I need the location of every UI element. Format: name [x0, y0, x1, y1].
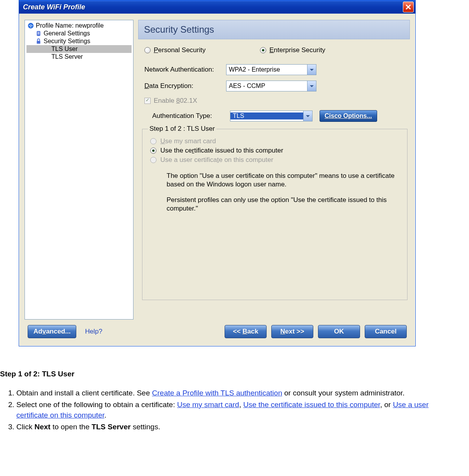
list-item: Click Next to open the TLS Server settin… — [16, 422, 451, 432]
svg-rect-4 — [37, 33, 39, 34]
step-explanation: The option "Use a user certificate on th… — [167, 172, 396, 213]
data-encryption-label: Data Encryption:Data Encryption: — [144, 82, 226, 90]
advanced-button[interactable]: Advanced...Advanced... — [28, 325, 76, 338]
chevron-down-icon — [307, 65, 316, 75]
list-item: Select one of the following to obtain a … — [16, 399, 451, 421]
nav-tree[interactable]: Profile Name: newprofile General Setting… — [25, 20, 133, 320]
checkbox-icon — [144, 98, 151, 104]
help-link[interactable]: Help? — [85, 328, 102, 335]
doc-instructions: Step 1 of 2: TLS User Obtain and install… — [0, 370, 451, 432]
tree-general-settings[interactable]: General Settings — [26, 30, 132, 37]
doc-heading: Step 1 of 2: TLS User — [0, 370, 451, 378]
cancel-button[interactable]: Cancel — [365, 325, 407, 338]
svg-rect-5 — [37, 41, 40, 44]
radio-personal-security[interactable]: PPersonal Securityersonal Security — [144, 46, 206, 54]
auth-type-label: Authentication Type: — [152, 112, 226, 120]
radio-icon — [150, 138, 156, 144]
link-use-smart-card[interactable]: Use my smart card — [177, 400, 239, 409]
next-button[interactable]: Next >>Next >> — [271, 325, 313, 338]
cisco-options-button[interactable]: Cisco Options...Cisco Options... — [320, 110, 377, 122]
wifi-profile-window: Create WiFi Profile Profile Name: newpro… — [19, 0, 416, 346]
tree-profile-name[interactable]: Profile Name: newprofile — [26, 22, 132, 30]
network-auth-label: Network Authentication: — [144, 66, 226, 74]
close-button[interactable] — [403, 2, 414, 12]
svg-point-0 — [28, 23, 33, 28]
radio-enterprise-security[interactable]: EEnterprise Securitynterprise Security — [260, 46, 325, 54]
enable-8021x-checkbox: Enable 802.1XEnable 802.1X — [144, 97, 408, 105]
tree-tls-user[interactable]: TLS User — [26, 45, 132, 53]
titlebar: Create WiFi Profile — [19, 0, 415, 14]
tree-security-settings[interactable]: Security Settings — [26, 37, 132, 45]
wifi-icon — [27, 22, 34, 29]
close-icon — [406, 4, 411, 10]
step-fieldset: Step 1 of 2 : TLS User Use my smart card… — [142, 125, 408, 300]
radio-icon — [144, 47, 151, 53]
ok-button[interactable]: OK — [318, 325, 360, 338]
panel-heading: Security Settings — [138, 20, 410, 39]
auth-type-select[interactable]: TLS — [230, 111, 313, 121]
radio-use-cert-computer[interactable]: Use the certificate issued to this compu… — [150, 147, 402, 155]
data-encryption-select[interactable]: AES - CCMP — [226, 81, 316, 91]
chevron-down-icon — [307, 81, 316, 91]
radio-icon — [150, 148, 156, 154]
gear-icon — [35, 30, 42, 37]
radio-use-smart-card: Use my smart cardUse my smart card — [150, 137, 402, 145]
radio-use-cert-user: Use a user certificate on this computerU… — [150, 156, 402, 164]
tree-tls-server[interactable]: TLS Server — [26, 53, 132, 61]
step-legend: Step 1 of 2 : TLS User — [148, 125, 216, 133]
svg-point-1 — [30, 26, 32, 27]
lock-icon — [35, 38, 42, 45]
chevron-down-icon — [303, 111, 312, 121]
link-use-cert-computer[interactable]: Use the certificate issued to this compu… — [243, 400, 380, 409]
radio-icon — [150, 157, 156, 163]
back-button[interactable]: << Back<< Back — [225, 325, 267, 338]
svg-rect-3 — [37, 32, 39, 33]
link-create-profile-tls[interactable]: Create a Profile with TLS authentication — [152, 389, 282, 397]
network-auth-select[interactable]: WPA2 - Enterprise — [226, 64, 316, 75]
list-item: Obtain and install a client certificate.… — [16, 388, 451, 399]
radio-icon — [260, 47, 266, 53]
window-title: Create WiFi Profile — [23, 3, 403, 11]
